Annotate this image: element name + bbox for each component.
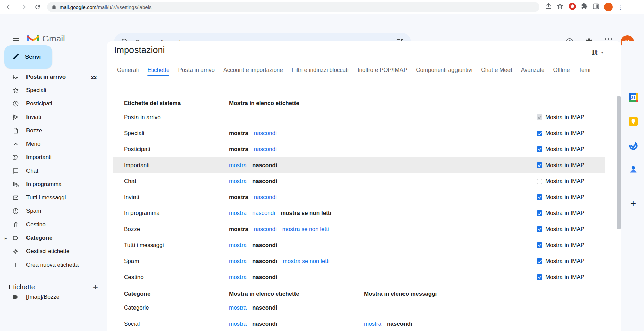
sidebar-item-importanti[interactable]: Importanti <box>0 151 107 164</box>
sidebar-item-label: Bozze <box>26 127 42 134</box>
contacts-icon[interactable] <box>626 162 641 177</box>
tab-account-e-importazione[interactable]: Account e importazione <box>223 63 283 78</box>
column-header-categories: Categorie <box>124 288 150 300</box>
sidebar-item-meno[interactable]: Meno <box>0 137 107 151</box>
row-label: Spam <box>124 253 139 269</box>
tab-offline[interactable]: Offline <box>553 63 570 78</box>
label-item-imap-bozze[interactable]: [Imap]/Bozze <box>0 290 107 304</box>
chevron-up-icon <box>12 140 19 148</box>
menu-kebab-icon[interactable]: ⋮ <box>617 5 623 9</box>
imap-checkbox-checked[interactable] <box>537 242 542 248</box>
sidebar-item-cestino[interactable]: Cestino <box>0 218 107 231</box>
tab-temi[interactable]: Temi <box>578 63 590 78</box>
scrollbar-thumb[interactable] <box>617 96 621 229</box>
labels-section-title: Etichette <box>9 283 35 291</box>
back-icon[interactable] <box>5 2 14 12</box>
row-label: Speciali <box>124 126 144 142</box>
sidebar-item-inviati[interactable]: Inviati <box>0 110 107 124</box>
chat-icon <box>12 167 19 175</box>
option-nascondi-selected: nascondi <box>252 258 277 265</box>
sidebar-item-spam[interactable]: Spam <box>0 204 107 218</box>
imap-checkbox-checked[interactable] <box>537 146 542 152</box>
option-mostra-se-non-letti-link[interactable]: mostra se non letti <box>282 226 329 233</box>
sidebar-item-posta-in-arrivo[interactable]: Posta in arrivo22 <box>0 75 107 84</box>
row-label: Social <box>124 316 140 331</box>
tab-filtri-e-indirizzi-bloccati[interactable]: Filtri e indirizzi bloccati <box>292 63 349 78</box>
browser-profile-avatar[interactable] <box>604 3 613 11</box>
expand-chevron-icon[interactable]: ▸ <box>5 236 7 241</box>
compose-button[interactable]: Scrivi <box>4 45 52 69</box>
option-mostra-link[interactable]: mostra <box>229 162 247 169</box>
imap-label: Mostra in IMAP <box>545 226 584 233</box>
option-mostra-link[interactable]: mostra <box>229 242 247 249</box>
option-mostra-se-non-letti-selected: mostra se non letti <box>281 210 331 217</box>
imap-checkbox-unchecked[interactable] <box>537 179 542 184</box>
sidebar-item-in-programma[interactable]: In programma <box>0 178 107 191</box>
imap-checkbox-checked[interactable] <box>537 162 542 168</box>
extensions-puzzle-icon[interactable] <box>581 3 588 11</box>
imap-checkbox-checked[interactable] <box>537 274 542 280</box>
input-tools-button[interactable]: It ▼ <box>592 48 604 56</box>
option-mostra-link[interactable]: mostra <box>229 178 247 185</box>
imap-cell: Mostra in IMAP <box>537 141 584 157</box>
tab-etichette[interactable]: Etichette <box>147 63 169 78</box>
option-mostra-link[interactable]: mostra <box>229 304 247 311</box>
system-labels-header: Etichette del sistemaMostra in elenco et… <box>107 97 621 109</box>
share-icon[interactable] <box>545 3 552 11</box>
option-mostra-link[interactable]: mostra <box>229 274 247 281</box>
option-nascondi-link[interactable]: nascondi <box>252 210 275 217</box>
option-mostra-link[interactable]: mostra <box>229 258 247 265</box>
sidebar-item-tutti-i-messaggi[interactable]: Tutti i messaggi <box>0 191 107 204</box>
option-mostra-link[interactable]: mostra <box>229 210 247 217</box>
tab-generali[interactable]: Generali <box>117 63 139 78</box>
sidebar-item-label: Posta in arrivo <box>26 75 66 80</box>
sidebar-item-chat[interactable]: Chat <box>0 164 107 178</box>
option-nascondi-link[interactable]: nascondi <box>254 194 277 201</box>
keep-icon[interactable] <box>626 114 641 129</box>
get-add-ons-plus-icon[interactable]: + <box>626 196 641 211</box>
option-mostra-se-non-letti-link[interactable]: mostra se non letti <box>283 258 330 265</box>
imap-label: Mostra in IMAP <box>545 210 584 217</box>
sidebar-item-label: Inviati <box>26 114 41 121</box>
option-mostra-link[interactable]: mostra <box>364 321 381 327</box>
imap-checkbox-checked[interactable] <box>537 210 542 216</box>
option-mostra-link[interactable]: mostra <box>229 321 247 327</box>
tasks-icon[interactable] <box>626 138 641 153</box>
compose-label: Scrivi <box>25 54 41 60</box>
sidebar-item-posticipati[interactable]: Posticipati <box>0 97 107 110</box>
sidebar-item-categorie[interactable]: ▸Categorie <box>0 231 107 245</box>
reload-icon[interactable] <box>33 2 42 12</box>
bookmark-star-icon[interactable] <box>556 3 564 11</box>
sidebar: Scrivi Posta in arrivo22SpecialiPosticip… <box>0 41 107 331</box>
imap-checkbox-checked[interactable] <box>537 226 542 232</box>
imap-checkbox-checked[interactable] <box>537 194 542 200</box>
tab-componenti-aggiuntivi[interactable]: Componenti aggiuntivi <box>416 63 472 78</box>
tab-chat-e-meet[interactable]: Chat e Meet <box>481 63 512 78</box>
sidebar-item-crea-nuova-etichetta[interactable]: Crea nuova etichetta <box>0 258 107 272</box>
imap-cell: Mostra in IMAP <box>537 173 584 189</box>
option-nascondi-link[interactable]: nascondi <box>254 226 277 233</box>
table-row-social: Socialmostranascondimostranascondi <box>107 316 621 331</box>
tab-inoltro-e-pop-imap[interactable]: Inoltro e POP/IMAP <box>358 63 407 78</box>
sidebar-item-speciali[interactable]: Speciali <box>0 84 107 97</box>
imap-checkbox-checked[interactable] <box>537 131 542 136</box>
clock-icon <box>12 100 19 107</box>
pencil-icon <box>12 53 20 61</box>
side-panel-toggle-icon[interactable] <box>592 3 600 11</box>
tab-avanzate[interactable]: Avanzate <box>521 63 545 78</box>
create-label-plus-icon[interactable]: + <box>93 284 98 290</box>
url-bar[interactable]: mail.google.com/mail/u/2/#settings/label… <box>47 2 539 12</box>
sidebar-item-gestisci-etichette[interactable]: Gestisci etichette <box>0 245 107 258</box>
tab-posta-in-arrivo[interactable]: Posta in arrivo <box>178 63 215 78</box>
option-nascondi-link[interactable]: nascondi <box>254 146 277 153</box>
option-nascondi-selected: nascondi <box>252 304 277 311</box>
forward-icon[interactable] <box>19 2 28 12</box>
table-row-categorie: Categoriemostranascondi <box>107 300 621 316</box>
sidebar-item-label: Chat <box>26 168 38 174</box>
adblock-icon[interactable] <box>568 2 576 12</box>
calendar-icon[interactable]: 31 <box>626 90 641 105</box>
sidebar-item-bozze[interactable]: Bozze <box>0 124 107 137</box>
imap-checkbox-checked[interactable] <box>537 258 542 264</box>
option-nascondi-link[interactable]: nascondi <box>254 130 277 137</box>
imap-cell: Mostra in IMAP <box>537 221 584 237</box>
